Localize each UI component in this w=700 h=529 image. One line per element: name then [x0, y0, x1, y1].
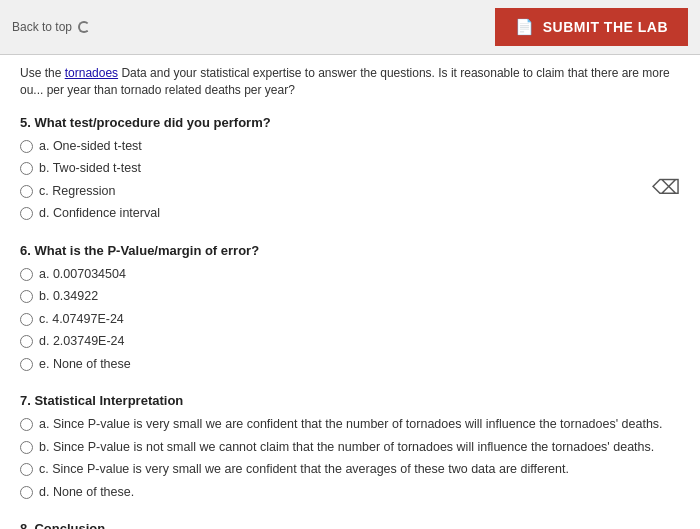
- q5-option-c: c. Regression: [20, 183, 680, 201]
- q5-radio-b[interactable]: [20, 162, 33, 175]
- q7-label-a[interactable]: a. Since P-value is very small we are co…: [39, 416, 663, 434]
- q6-radio-c[interactable]: [20, 313, 33, 326]
- q5-option-b: b. Two-sided t-test: [20, 160, 680, 178]
- submit-lab-button[interactable]: 📄 SUBMIT THE LAB: [495, 8, 688, 46]
- question-8-title: 8. Conclusion: [20, 521, 680, 529]
- q6-radio-a[interactable]: [20, 268, 33, 281]
- question-6-block: 6. What is the P-Value/margin of error? …: [20, 243, 680, 374]
- q5-label-d[interactable]: d. Confidence interval: [39, 205, 160, 223]
- q6-radio-b[interactable]: [20, 290, 33, 303]
- main-content: Use the tornadoes Data and your statisti…: [0, 55, 700, 529]
- hand-cursor-icon: ⌫: [652, 175, 680, 199]
- submit-label: SUBMIT THE LAB: [543, 19, 668, 35]
- back-to-top-link[interactable]: Back to top: [12, 20, 90, 34]
- q6-label-a[interactable]: a. 0.007034504: [39, 266, 126, 284]
- q5-radio-a[interactable]: [20, 140, 33, 153]
- question-5-block: 5. What test/procedure did you perform? …: [20, 115, 680, 223]
- q6-option-e: e. None of these: [20, 356, 680, 374]
- q6-option-b: b. 0.34922: [20, 288, 680, 306]
- q6-option-c: c. 4.07497E-24: [20, 311, 680, 329]
- q7-label-d[interactable]: d. None of these.: [39, 484, 134, 502]
- q6-radio-e[interactable]: [20, 358, 33, 371]
- refresh-icon: [78, 21, 90, 33]
- header: Back to top 📄 SUBMIT THE LAB: [0, 0, 700, 55]
- q7-radio-a[interactable]: [20, 418, 33, 431]
- back-to-top-label: Back to top: [12, 20, 72, 34]
- q5-label-b[interactable]: b. Two-sided t-test: [39, 160, 141, 178]
- q6-option-d: d. 2.03749E-24: [20, 333, 680, 351]
- q7-radio-c[interactable]: [20, 463, 33, 476]
- q5-option-a: a. One-sided t-test: [20, 138, 680, 156]
- q6-label-d[interactable]: d. 2.03749E-24: [39, 333, 125, 351]
- question-6-title: 6. What is the P-Value/margin of error?: [20, 243, 680, 258]
- q7-option-b: b. Since P-value is not small we cannot …: [20, 439, 680, 457]
- q5-radio-d[interactable]: [20, 207, 33, 220]
- tornadoes-link[interactable]: tornadoes: [65, 66, 118, 80]
- question-7-block: 7. Statistical Interpretation a. Since P…: [20, 393, 680, 501]
- q7-radio-d[interactable]: [20, 486, 33, 499]
- q5-radio-c[interactable]: [20, 185, 33, 198]
- q5-option-d: d. Confidence interval: [20, 205, 680, 223]
- q7-option-a: a. Since P-value is very small we are co…: [20, 416, 680, 434]
- q7-radio-b[interactable]: [20, 441, 33, 454]
- intro-text: Use the tornadoes Data and your statisti…: [20, 65, 680, 99]
- submit-icon: 📄: [515, 18, 535, 36]
- page-container: Back to top 📄 SUBMIT THE LAB Use the tor…: [0, 0, 700, 529]
- q6-option-a: a. 0.007034504: [20, 266, 680, 284]
- q7-label-b[interactable]: b. Since P-value is not small we cannot …: [39, 439, 654, 457]
- q7-option-d: d. None of these.: [20, 484, 680, 502]
- q6-label-e[interactable]: e. None of these: [39, 356, 131, 374]
- q7-label-c[interactable]: c. Since P-value is very small we are co…: [39, 461, 569, 479]
- q6-label-b[interactable]: b. 0.34922: [39, 288, 98, 306]
- question-5-title: 5. What test/procedure did you perform?: [20, 115, 680, 130]
- question-7-title: 7. Statistical Interpretation: [20, 393, 680, 408]
- q5-label-a[interactable]: a. One-sided t-test: [39, 138, 142, 156]
- q7-option-c: c. Since P-value is very small we are co…: [20, 461, 680, 479]
- q6-radio-d[interactable]: [20, 335, 33, 348]
- q5-label-c[interactable]: c. Regression: [39, 183, 115, 201]
- question-8-block: 8. Conclusion a. Yes, I am confident tha…: [20, 521, 680, 529]
- q6-label-c[interactable]: c. 4.07497E-24: [39, 311, 124, 329]
